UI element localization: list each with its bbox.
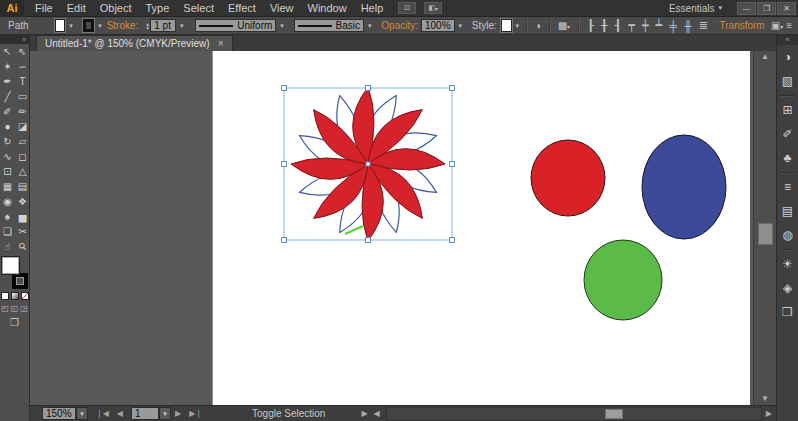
rotate-tool[interactable]: ↻ [0,134,15,149]
close-button[interactable]: ✕ [777,2,796,15]
menu-edit[interactable]: Edit [60,0,93,17]
magic-wand-tool[interactable]: ✶ [0,59,15,74]
distribute-bottom-icon[interactable]: ≣ [699,19,708,32]
artboard-number-field[interactable]: 1 [131,407,159,420]
horizontal-scrollbar-thumb[interactable] [605,409,623,419]
selection-tool[interactable]: ↖ [0,44,15,59]
selection-handle[interactable] [366,238,371,243]
scale-tool[interactable]: ▱ [15,134,30,149]
scroll-up-icon[interactable]: ▲ [754,51,776,63]
workspace-switcher[interactable]: Essentials ▾ [669,3,722,14]
vertical-align-bottom-icon[interactable]: ┷ [656,19,663,32]
blue-ellipse[interactable] [642,135,726,239]
menu-window[interactable]: Window [301,0,354,17]
menu-view[interactable]: View [263,0,301,17]
transform-options-icon[interactable]: ▣▾ [771,20,783,31]
eyedropper-tool[interactable]: ◉ [0,194,15,209]
gradient-button[interactable] [11,292,19,300]
fill-swatch[interactable] [55,19,66,32]
stroke-panel-link[interactable]: Stroke: [107,20,139,31]
arrange-documents-icon[interactable]: ◧▾ [424,2,442,14]
symbols-panel-icon[interactable]: ♣ [777,146,798,170]
rectangle-tool[interactable]: ▭ [15,89,30,104]
bridge-icon[interactable]: ⊡ [398,2,416,14]
next-artboard-icon[interactable]: ▶ [175,409,181,418]
scroll-right-icon[interactable]: ▶ [762,409,776,418]
menu-object[interactable]: Object [93,0,139,17]
stroke-color-indicator[interactable] [12,273,28,289]
previous-artboard-icon[interactable]: ◀ [117,409,123,418]
scroll-down-icon[interactable]: ▼ [754,393,776,405]
artboard-caret-icon[interactable]: ▾ [159,407,171,420]
tools-collapse-icon[interactable]: » [0,35,29,44]
width-profile-select[interactable]: Uniform [195,19,276,32]
transparency-panel-icon[interactable]: ◍ [777,223,798,247]
horizontal-scrollbar[interactable] [386,407,762,421]
opacity-caret-icon[interactable]: ▾ [457,19,464,32]
selection-handle[interactable] [450,86,455,91]
selection-handle[interactable] [282,238,287,243]
symbol-sprayer-tool[interactable]: ♠ [0,209,15,224]
zoom-caret-icon[interactable]: ▾ [76,407,88,420]
opacity-field[interactable]: 100% [421,19,455,32]
distribute-center-icon[interactable]: ╫ [684,20,692,32]
brush-caret-icon[interactable]: ▾ [366,19,373,32]
vertical-scrollbar[interactable]: ▲ ▼ [753,51,776,405]
shape-builder-tool[interactable]: ⊡ [0,164,15,179]
lasso-tool[interactable]: ∽ [15,59,30,74]
gradient-panel-icon[interactable]: ▤ [777,199,798,223]
anchor-point[interactable] [366,162,370,166]
style-swatch[interactable] [501,19,512,32]
eraser-tool[interactable]: ◪ [15,119,30,134]
brushes-panel-icon[interactable]: ✐ [777,122,798,146]
minimize-button[interactable]: — [737,2,756,15]
vertical-align-center-icon[interactable]: ┿ [642,19,649,32]
menu-help[interactable]: Help [354,0,391,17]
stroke-panel-icon[interactable]: ≡ [777,175,798,199]
style-caret-icon[interactable]: ▾ [514,19,521,32]
isolate-selected-object-icon[interactable]: ▩▾ [558,20,570,31]
restore-button[interactable]: ❐ [757,2,776,15]
vertical-scrollbar-thumb[interactable] [758,223,773,245]
selection-handle[interactable] [450,162,455,167]
horizontal-align-center-icon[interactable]: ╂ [601,19,608,32]
selection-handle[interactable] [366,86,371,91]
selection-handle[interactable] [282,86,287,91]
paintbrush-tool[interactable]: ✐ [0,104,15,119]
stroke-caret-icon[interactable]: ▾ [96,19,103,32]
stroke-weight-field[interactable]: 1 pt [150,19,176,32]
document-tab[interactable]: Untitled-1* @ 150% (CMYK/Preview) × [36,35,233,51]
type-tool[interactable]: T [15,74,30,89]
draw-inside-icon[interactable]: ◲ [20,304,28,313]
gradient-tool[interactable]: ▤ [15,179,30,194]
menu-file[interactable]: File [28,0,60,17]
distribute-top-icon[interactable]: ╪ [669,20,677,32]
tab-close-icon[interactable]: × [218,38,224,49]
menu-effect[interactable]: Effect [221,0,263,17]
color-guide-panel-icon[interactable]: ▧ [777,69,798,93]
color-panel-icon[interactable]: ◑ [777,45,798,69]
transform-panel-link[interactable]: Transform [720,20,765,31]
draw-behind-icon[interactable]: ◱ [11,304,19,313]
width-tool[interactable]: ∿ [0,149,15,164]
red-circle[interactable] [531,140,605,216]
horizontal-align-right-icon[interactable]: ┨ [615,19,622,32]
line-segment-tool[interactable]: ╱ [0,89,15,104]
expand-right-icon[interactable]: ▶ [361,409,367,418]
green-circle[interactable] [584,240,662,320]
opacity-panel-link[interactable]: Opacity: [381,20,418,31]
menu-select[interactable]: Select [176,0,221,17]
menu-type[interactable]: Type [139,0,177,17]
color-button[interactable] [1,292,9,300]
first-artboard-icon[interactable]: ❘◀ [96,409,109,418]
selection-handle[interactable] [282,162,287,167]
column-graph-tool[interactable]: ▅ [15,209,30,224]
pen-tool[interactable]: ✒ [0,74,15,89]
expand-left-icon[interactable]: ◀ [374,409,380,418]
fill-caret-icon[interactable]: ▾ [67,19,74,32]
free-transform-tool[interactable]: ◻ [15,149,30,164]
swatches-panel-icon[interactable]: ⊞ [777,98,798,122]
horizontal-align-left-icon[interactable]: ┠ [587,19,594,32]
artboards-panel-icon[interactable]: ❒ [777,300,798,324]
draw-normal-icon[interactable]: ◰ [1,304,9,313]
